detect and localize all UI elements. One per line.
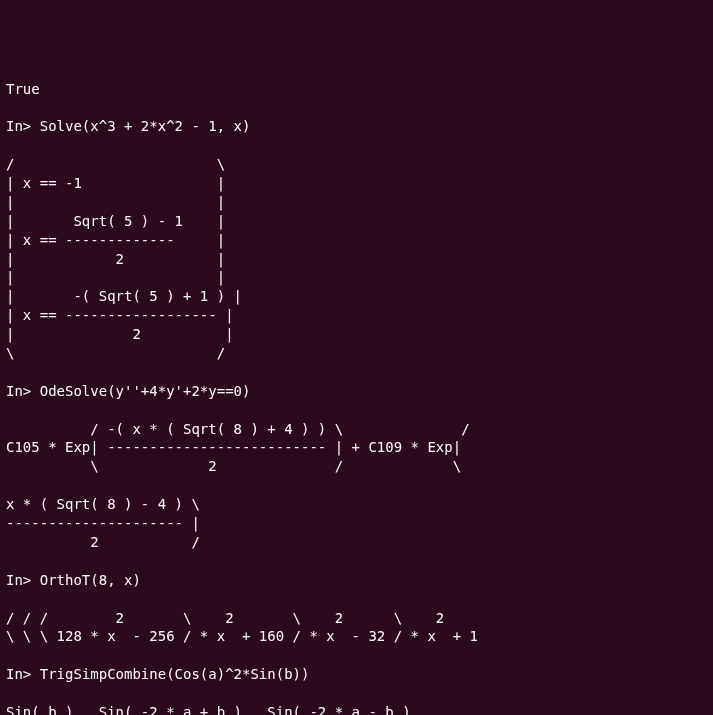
terminal-output: True In> Solve(x^3 + 2*x^2 - 1, x) / \ |… <box>6 80 707 715</box>
